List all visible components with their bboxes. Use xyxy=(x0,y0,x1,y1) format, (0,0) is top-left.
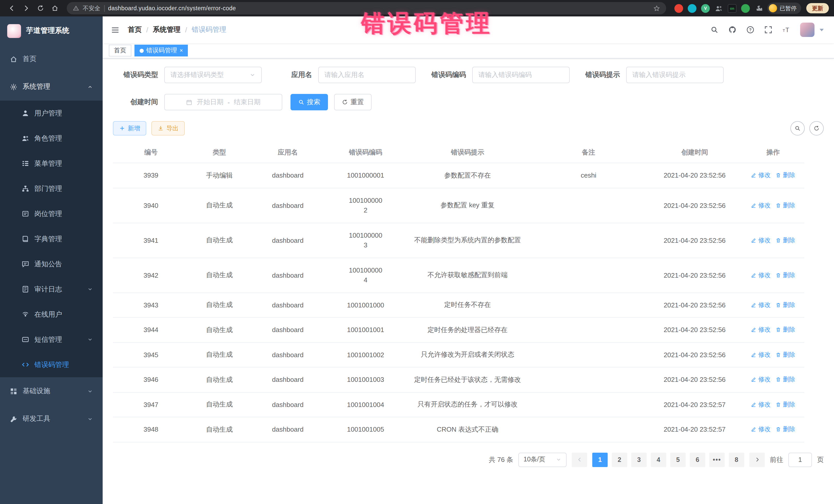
cell-app: dashboard xyxy=(250,188,326,223)
logo[interactable]: 芋道管理系统 xyxy=(0,17,103,45)
sidebar-item-code[interactable]: 错误码管理 xyxy=(0,352,103,377)
breadcrumb-system[interactable]: 系统管理 xyxy=(153,25,181,35)
extension-icon-teal[interactable] xyxy=(688,4,697,13)
sidebar-item-tree[interactable]: 部门管理 xyxy=(0,176,103,201)
close-tab-icon[interactable]: × xyxy=(180,48,183,53)
reload-icon[interactable] xyxy=(34,2,47,15)
sidebar-item-online[interactable]: 在线用户 xyxy=(0,302,103,327)
bookmark-star-icon[interactable] xyxy=(653,5,660,12)
page-button-8[interactable]: 8 xyxy=(729,453,744,467)
app-name-input[interactable]: 请输入应用名 xyxy=(318,67,416,83)
goto-page-input[interactable] xyxy=(788,453,812,467)
col-id: 编号 xyxy=(113,142,189,163)
delete-link[interactable]: 删除 xyxy=(776,271,795,280)
tab-home[interactable]: 首页 xyxy=(109,45,131,57)
refresh-table-button[interactable] xyxy=(809,121,824,135)
error-type-select[interactable]: 请选择错误码类型 xyxy=(164,67,262,83)
delete-link[interactable]: 删除 xyxy=(776,171,795,180)
tab-error-code[interactable]: 错误码管理 × xyxy=(134,45,188,57)
delete-link[interactable]: 删除 xyxy=(776,375,795,384)
edit-link[interactable]: 修改 xyxy=(751,326,771,334)
sidebar-item-message[interactable]: 通知公告 xyxy=(0,251,103,277)
extension-icon-green[interactable] xyxy=(741,4,750,13)
forward-icon[interactable] xyxy=(20,2,33,15)
cell-actions: 修改删除 xyxy=(742,367,804,392)
error-hint-input[interactable]: 请输入错误码提示 xyxy=(626,67,724,83)
user-menu[interactable] xyxy=(800,23,826,37)
page-size-select[interactable]: 10条/页 xyxy=(518,453,567,467)
pager-more-button[interactable]: ••• xyxy=(709,453,725,467)
profile-paused-chip[interactable]: 已暂停 xyxy=(767,3,801,14)
sidebar-item-dict[interactable]: 字典管理 xyxy=(0,226,103,251)
fullscreen-icon[interactable] xyxy=(764,26,772,34)
vue-devtools-icon[interactable]: V xyxy=(701,4,710,13)
address-bar[interactable]: 不安全 dashboard.yudao.iocoder.cn/system/er… xyxy=(67,2,666,14)
export-button[interactable]: 导出 xyxy=(151,121,185,135)
sidebar-item-infra[interactable]: 基础设施 xyxy=(0,377,103,405)
page-button-5[interactable]: 5 xyxy=(670,453,686,467)
edit-link[interactable]: 修改 xyxy=(751,351,771,359)
hamburger-icon[interactable] xyxy=(111,25,119,34)
cell-code: 100100000 4 xyxy=(326,258,405,292)
cell-app: dashboard xyxy=(250,292,326,317)
font-size-icon[interactable]: TT xyxy=(782,26,790,34)
sidebar-item-sms[interactable]: 短信管理 xyxy=(0,327,103,352)
sidebar-item-peoples[interactable]: 角色管理 xyxy=(0,126,103,151)
search-button[interactable]: 搜索 xyxy=(290,94,328,110)
delete-link[interactable]: 删除 xyxy=(776,425,795,434)
delete-link[interactable]: 删除 xyxy=(776,326,795,334)
cell-time: 2021-04-20 23:52:56 xyxy=(647,292,742,317)
edit-link[interactable]: 修改 xyxy=(751,171,771,180)
home-icon[interactable] xyxy=(48,2,62,15)
extension-icon-people[interactable] xyxy=(715,4,723,13)
edit-link[interactable]: 修改 xyxy=(751,236,771,245)
cell-app: dashboard xyxy=(250,367,326,392)
edit-link[interactable]: 修改 xyxy=(751,271,771,280)
delete-link[interactable]: 删除 xyxy=(776,201,795,210)
prev-page-button[interactable] xyxy=(572,453,587,467)
edit-link[interactable]: 修改 xyxy=(751,425,771,434)
cell-actions: 修改删除 xyxy=(742,188,804,223)
sidebar-item-tool[interactable]: 研发工具 xyxy=(0,405,103,433)
delete-link[interactable]: 删除 xyxy=(776,351,795,359)
edit-link[interactable]: 修改 xyxy=(751,400,771,409)
table-row: 3940自动生成dashboard100100000 2参数配置 key 重复2… xyxy=(113,188,804,223)
help-icon[interactable]: ? xyxy=(746,26,754,34)
page-button-3[interactable]: 3 xyxy=(631,453,647,467)
delete-link[interactable]: 删除 xyxy=(776,400,795,409)
extension-icon-on[interactable]: on xyxy=(728,4,737,13)
toggle-search-button[interactable] xyxy=(790,121,805,135)
update-button[interactable]: 更新 xyxy=(806,3,829,13)
trash-icon xyxy=(776,402,782,408)
edit-link[interactable]: 修改 xyxy=(751,301,771,309)
page-button-6[interactable]: 6 xyxy=(690,453,705,467)
reset-button[interactable]: 重置 xyxy=(334,94,372,110)
edit-link[interactable]: 修改 xyxy=(751,201,771,210)
page-button-2[interactable]: 2 xyxy=(612,453,627,467)
next-page-button[interactable] xyxy=(749,453,765,467)
sidebar-item-home[interactable]: 首页 xyxy=(0,45,103,73)
sidebar-item-label: 研发工具 xyxy=(23,414,50,423)
search-icon[interactable] xyxy=(710,26,719,34)
page-button-1[interactable]: 1 xyxy=(592,453,608,467)
delete-link[interactable]: 删除 xyxy=(776,301,795,309)
add-button[interactable]: 新增 xyxy=(113,121,146,135)
range-separator: - xyxy=(227,98,230,106)
github-icon[interactable] xyxy=(728,26,737,34)
delete-link[interactable]: 删除 xyxy=(776,236,795,245)
sidebar-item-log[interactable]: 审计日志 xyxy=(0,277,103,302)
extensions-menu-icon[interactable] xyxy=(754,4,763,13)
breadcrumb-home[interactable]: 首页 xyxy=(128,25,142,35)
extension-icon-red[interactable] xyxy=(674,4,683,13)
sidebar-item-tree-table[interactable]: 菜单管理 xyxy=(0,151,103,176)
sidebar-item-user[interactable]: 用户管理 xyxy=(0,101,103,126)
sidebar-item-post[interactable]: 岗位管理 xyxy=(0,201,103,226)
page-button-4[interactable]: 4 xyxy=(651,453,666,467)
date-range-picker[interactable]: 开始日期 - 结束日期 xyxy=(164,94,282,110)
edit-link[interactable]: 修改 xyxy=(751,375,771,384)
back-icon[interactable] xyxy=(5,2,19,15)
error-code-input[interactable]: 请输入错误码编码 xyxy=(472,67,570,83)
cell-id: 3939 xyxy=(113,163,189,188)
breadcrumb-current: 错误码管理 xyxy=(192,25,226,35)
sidebar-item-gear[interactable]: 系统管理 xyxy=(0,73,103,101)
